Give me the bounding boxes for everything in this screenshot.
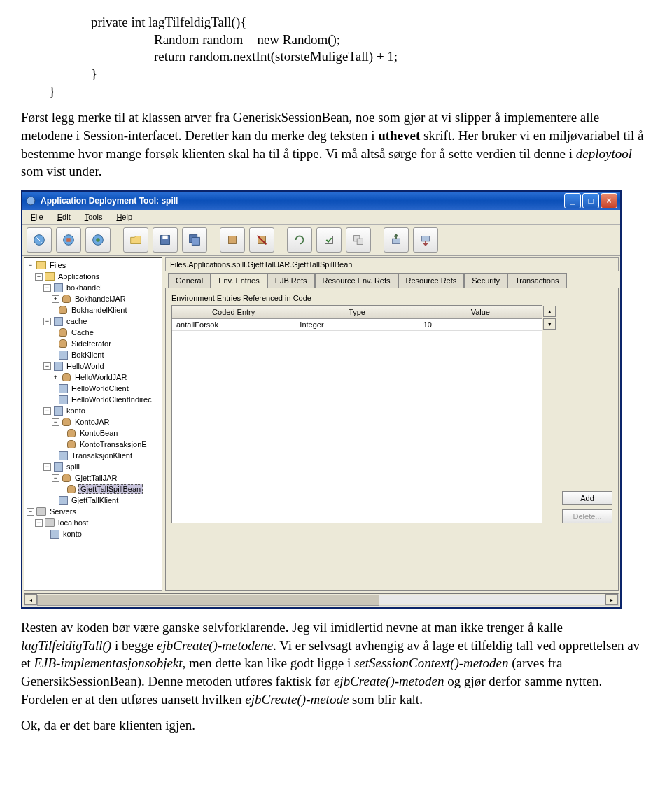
col-type[interactable]: Type: [295, 306, 419, 318]
tree-item[interactable]: HelloWorldClient: [24, 383, 162, 394]
toolbar-saveas-button[interactable]: [182, 227, 207, 253]
toolbar-undeploy-button[interactable]: [413, 227, 438, 253]
tree-item[interactable]: BokhandelKlient: [24, 304, 162, 316]
toolbar-verify-button[interactable]: [316, 227, 342, 253]
code-line: return random.nextInt(storsteMuligeTall)…: [154, 48, 651, 66]
menubar: File Edit Tools Help: [22, 210, 620, 225]
tree-spill[interactable]: −spill: [24, 461, 162, 472]
tab-security[interactable]: Security: [464, 273, 507, 288]
tree-cache[interactable]: −cache: [24, 316, 162, 327]
tree-item[interactable]: konto: [24, 528, 162, 539]
toolbar-refresh-button[interactable]: [287, 227, 312, 253]
grid-scroll-up[interactable]: ▴: [543, 306, 556, 317]
toolbar-remove-button[interactable]: [249, 227, 274, 253]
minimize-button[interactable]: _: [564, 193, 581, 208]
tab-panel: Environment Entries Referenced in Code C…: [165, 288, 619, 591]
tree-item[interactable]: SideIterator: [24, 338, 162, 349]
cell-coded-entry[interactable]: antallForsok: [172, 319, 295, 330]
grid-scroll-down[interactable]: ▾: [543, 318, 556, 330]
tree-item[interactable]: +BokhandelJAR: [24, 293, 162, 304]
tree-item[interactable]: Cache: [24, 327, 162, 338]
svg-rect-15: [393, 239, 400, 243]
tree-item[interactable]: KontoBean: [24, 427, 162, 439]
toolbar-new-web-button[interactable]: [85, 227, 111, 253]
tabs: General Env. Entries EJB Refs Resource E…: [165, 271, 619, 288]
tree-item[interactable]: KontoTransaksjonE: [24, 439, 162, 450]
menu-help[interactable]: Help: [111, 211, 138, 222]
grid-row[interactable]: antallForsok Integer 10: [172, 319, 542, 331]
close-button[interactable]: ×: [601, 193, 617, 208]
tree-localhost[interactable]: −localhost: [24, 517, 162, 528]
tree-konto[interactable]: −konto: [24, 405, 162, 416]
window-title: Application Deployment Tool: spill: [41, 196, 564, 206]
scroll-left-icon[interactable]: ◂: [24, 594, 37, 605]
code-block: private int lagTilfeldigTall(){ Random r…: [91, 14, 651, 100]
tree-pane[interactable]: −Files −Applications −bokhandel +Bokhand…: [24, 257, 162, 591]
app-window: Application Deployment Tool: spill _ □ ×…: [21, 190, 622, 609]
svg-rect-16: [422, 236, 430, 241]
env-entries-grid: Coded Entry Type Value antallForsok Inte…: [172, 305, 542, 523]
breadcrumb: Files.Applications.spill.GjettTallJAR.Gj…: [165, 257, 619, 271]
col-coded-entry[interactable]: Coded Entry: [172, 306, 295, 318]
toolbar-save-button[interactable]: [153, 227, 178, 253]
menu-file[interactable]: File: [25, 211, 49, 222]
paragraph-1: Først legg merke til at klassen arver fr…: [21, 108, 651, 181]
tab-transactions[interactable]: Transactions: [507, 273, 567, 288]
tree-files[interactable]: −Files: [24, 260, 162, 271]
tree-item[interactable]: GjettTallKlient: [24, 495, 162, 506]
tree-bokhandel[interactable]: −bokhandel: [24, 282, 162, 293]
code-line: Random random = new Random();: [154, 31, 651, 49]
tree-item[interactable]: BokKlient: [24, 349, 162, 360]
add-button[interactable]: Add: [562, 491, 612, 505]
toolbar-deploy-button[interactable]: [384, 227, 409, 253]
toolbar-clone-button[interactable]: [346, 227, 371, 253]
svg-rect-10: [229, 236, 237, 244]
titlebar[interactable]: Application Deployment Tool: spill _ □ ×: [22, 192, 620, 210]
horizontal-scrollbar[interactable]: ◂ ▸: [24, 593, 619, 606]
svg-rect-3: [66, 238, 71, 242]
svg-rect-12: [326, 236, 333, 244]
tree-item[interactable]: +HelloWorldJAR: [24, 372, 162, 383]
menu-tools[interactable]: Tools: [79, 211, 108, 222]
paragraph-2: Resten av koden bør være ganske selvfork…: [21, 618, 651, 708]
scroll-thumb[interactable]: [37, 595, 379, 606]
app-icon: [25, 195, 36, 206]
code-line: }: [49, 83, 651, 101]
tree-applications[interactable]: −Applications: [24, 271, 162, 282]
tab-ejb-refs[interactable]: EJB Refs: [267, 273, 315, 288]
toolbar-new-app-button[interactable]: [27, 227, 52, 253]
delete-button[interactable]: Delete...: [562, 509, 612, 523]
tree-item[interactable]: TransaksjonKlient: [24, 450, 162, 461]
svg-point-0: [27, 197, 35, 205]
tree-item[interactable]: HelloWorldClientIndirec: [24, 394, 162, 405]
paragraph-3: Ok, da er det bare klienten igjen.: [21, 716, 651, 735]
toolbar-new-ejb-button[interactable]: [56, 227, 81, 253]
menu-edit[interactable]: Edit: [52, 211, 76, 222]
col-value[interactable]: Value: [419, 306, 542, 318]
tab-resource-env-refs[interactable]: Resource Env. Refs: [315, 273, 398, 288]
svg-rect-7: [162, 236, 167, 239]
toolbar-open-button[interactable]: [123, 227, 148, 253]
scroll-right-icon[interactable]: ▸: [606, 594, 618, 605]
svg-rect-14: [357, 239, 363, 244]
code-line: }: [91, 66, 651, 83]
tab-env-entries[interactable]: Env. Entries: [211, 273, 267, 288]
tree-item-selected[interactable]: GjettTallSpillBean: [24, 483, 162, 495]
tree-item[interactable]: −GjettTallJAR: [24, 472, 162, 483]
tree-item[interactable]: −KontoJAR: [24, 416, 162, 427]
tab-general[interactable]: General: [168, 273, 211, 288]
cell-value[interactable]: 10: [419, 319, 542, 330]
main-pane: Files.Applications.spill.GjettTallJAR.Gj…: [165, 257, 619, 591]
svg-rect-9: [192, 237, 200, 245]
svg-point-5: [96, 238, 100, 242]
toolbar-add-button[interactable]: [220, 227, 245, 253]
tree-servers[interactable]: −Servers: [24, 506, 162, 517]
tree-helloworld[interactable]: −HelloWorld: [24, 360, 162, 372]
cell-type[interactable]: Integer: [295, 319, 419, 330]
panel-label: Environment Entries Referenced in Code: [172, 294, 612, 302]
tab-resource-refs[interactable]: Resource Refs: [398, 273, 465, 288]
toolbar: [22, 225, 620, 256]
code-line: private int lagTilfeldigTall(){: [91, 14, 651, 31]
maximize-button[interactable]: □: [582, 193, 599, 208]
